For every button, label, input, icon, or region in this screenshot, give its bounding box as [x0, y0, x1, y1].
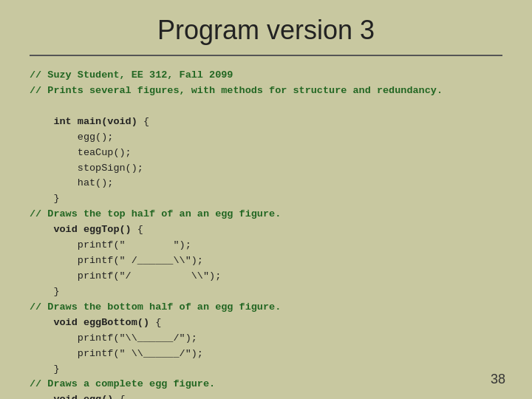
slide-title: Program version 3: [30, 15, 502, 46]
slide-content: // Suzy Student, EE 312, Fall 2099 // Pr…: [30, 68, 502, 399]
egg-function: void egg() { eggTop(); eggBottom(); prin…: [30, 394, 155, 399]
slide: Program version 3 // Suzy Student, EE 31…: [0, 0, 532, 399]
egg-bottom-function: void eggBottom() { printf("\\______/"); …: [30, 317, 203, 375]
main-function: int main(void) { egg(); teaCup(); stopSi…: [30, 116, 149, 205]
comment-egg-top: // Draws the top half of an an egg figur…: [30, 208, 281, 219]
code-block: // Suzy Student, EE 312, Fall 2099 // Pr…: [30, 68, 502, 399]
page-number: 38: [491, 372, 505, 387]
title-area: Program version 3: [30, 15, 502, 56]
comment-line1: // Suzy Student, EE 312, Fall 2099: [30, 69, 233, 81]
comment-egg-bottom: // Draws the bottom half of an egg figur…: [30, 301, 281, 313]
egg-top-function: void eggTop() { printf(" "); printf(" /_…: [30, 224, 221, 297]
comment-egg: // Draws a complete egg figure.: [30, 378, 215, 389]
comment-line2: // Prints several figures, with methods …: [30, 85, 443, 96]
